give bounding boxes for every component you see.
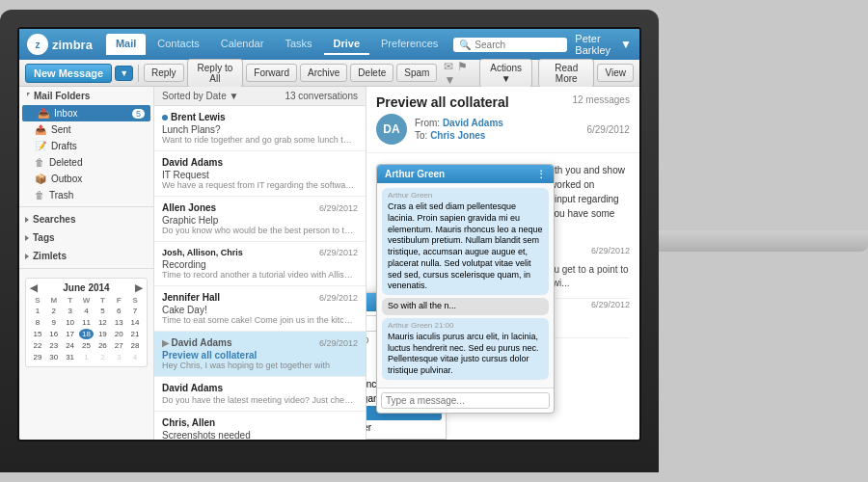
sidebar-divider-2 (19, 268, 153, 269)
msg-item-5[interactable]: ▶ David Adams 6/29/2012 Preview all coll… (154, 332, 366, 377)
cal-day-8[interactable]: 8 (30, 317, 45, 328)
cal-day-24[interactable]: 24 (63, 340, 78, 351)
searches-header[interactable]: Searches (19, 210, 153, 228)
cal-day-header-t1: T (63, 296, 78, 305)
search-input[interactable] (475, 40, 561, 50)
msg-item-1[interactable]: David Adams IT Request We have a request… (154, 151, 366, 197)
zimbra-app: z zimbra Mail Contacts Calendar Tasks Dr… (19, 29, 639, 440)
mail-folders-label: Mail Folders (34, 91, 90, 101)
msg-item-4[interactable]: Jennifer Hall 6/29/2012 Cake Day! Time t… (154, 286, 366, 332)
cal-prev[interactable]: ◀ (30, 282, 38, 293)
cal-day-3[interactable]: 3 (63, 306, 78, 316)
cal-day-23[interactable]: 23 (46, 340, 62, 351)
cal-day-26[interactable]: 26 (95, 340, 110, 351)
sidebar: Mail Folders 📥 Inbox 5 📤 Sent 📝 Drafts (19, 87, 154, 440)
tab-tasks[interactable]: Tasks (275, 34, 321, 55)
cal-day-1[interactable]: 1 (30, 306, 45, 316)
cal-day-6[interactable]: 6 (111, 306, 126, 316)
read-more-button[interactable]: Read More (538, 59, 594, 88)
cal-day-14[interactable]: 14 (127, 317, 143, 328)
cal-day-29[interactable]: 29 (30, 352, 45, 362)
inline-chat-options-icon[interactable]: ⋮ (536, 169, 546, 179)
cal-day-15[interactable]: 15 (30, 329, 45, 339)
cal-day-9[interactable]: 9 (46, 317, 62, 328)
msg-sender-4: Jennifer Hall (162, 292, 220, 303)
thread-date-1: 6/29/2012 (591, 299, 630, 312)
sidebar-item-outbox[interactable]: 📦 Outbox (19, 171, 153, 187)
msg-item-0[interactable]: Brent Lewis Lunch Plans? Want to ride to… (154, 106, 366, 151)
reply-button[interactable]: Reply (144, 64, 184, 82)
forward-button[interactable]: Forward (246, 64, 297, 82)
cal-day-19[interactable]: 19 (95, 329, 110, 339)
cal-day-10[interactable]: 10 (63, 317, 78, 328)
msg-sender-0: Brent Lewis (162, 112, 226, 122)
zimlets-header[interactable]: Zimlets (19, 247, 153, 265)
new-message-button[interactable]: New Message (25, 64, 112, 83)
msg-subject-0: Lunch Plans? (162, 124, 358, 135)
actions-button[interactable]: Actions ▼ (479, 59, 532, 88)
archive-button[interactable]: Archive (300, 64, 347, 82)
sidebar-item-trash[interactable]: 🗑 Trash (19, 187, 153, 203)
cal-day-31[interactable]: 31 (63, 352, 78, 362)
tab-mail[interactable]: Mail (106, 34, 146, 55)
cal-day-13[interactable]: 13 (111, 317, 126, 328)
tab-preferences[interactable]: Preferences (371, 34, 448, 55)
cal-day-25[interactable]: 25 (79, 340, 95, 351)
searches-label: Searches (33, 214, 75, 225)
delete-button[interactable]: Delete (350, 64, 393, 82)
inline-chat-input[interactable] (381, 392, 550, 409)
bubble-text-1: So with all the n... (388, 301, 456, 310)
cal-day-2[interactable]: 2 (46, 306, 62, 316)
dropdown-arrow[interactable]: ▼ (115, 66, 133, 81)
cal-day-20[interactable]: 20 (111, 329, 126, 339)
sidebar-item-sent[interactable]: 📤 Sent (19, 121, 153, 138)
cal-day-30[interactable]: 30 (46, 352, 62, 362)
msg-date-4: 6/29/2012 (319, 293, 358, 303)
sidebar-item-drafts[interactable]: 📝 Drafts (19, 138, 153, 154)
view-button[interactable]: View (597, 64, 634, 82)
cal-day-next-3[interactable]: 3 (111, 352, 126, 362)
msg-item-2[interactable]: Allen Jones 6/29/2012 Graphic Help Do yo… (154, 197, 366, 242)
sidebar-divider-1 (19, 206, 153, 207)
tab-drive[interactable]: Drive (324, 34, 370, 55)
cal-day-21[interactable]: 21 (127, 329, 143, 339)
inline-chat-header[interactable]: Arthur Green ⋮ (377, 165, 554, 183)
reading-date: 6/29/2012 (586, 124, 630, 135)
cal-day-7[interactable]: 7 (127, 306, 143, 316)
outbox-label: Outbox (51, 174, 82, 184)
spam-button[interactable]: Spam (396, 64, 437, 82)
cal-day-next-1[interactable]: 1 (79, 352, 95, 362)
cal-day-22[interactable]: 22 (30, 340, 45, 351)
cal-day-18[interactable]: 18 (79, 329, 95, 339)
sidebar-item-inbox[interactable]: 📥 Inbox 5 (22, 105, 150, 121)
contact-item-5[interactable]: Molly Webster (366, 420, 442, 435)
cal-next[interactable]: ▶ (135, 282, 143, 293)
cal-day-4[interactable]: 4 (79, 306, 95, 316)
drafts-label: Drafts (51, 141, 77, 151)
cal-day-12[interactable]: 12 (95, 317, 110, 328)
sidebar-item-deleted[interactable]: 🗑 Deleted (19, 154, 153, 171)
cal-day-next-2[interactable]: 2 (95, 352, 110, 362)
sort-label[interactable]: Sorted by Date ▼ (162, 91, 238, 101)
cal-day-27[interactable]: 27 (111, 340, 126, 351)
mini-calendar: ◀ June 2014 ▶ S M T W T F S (25, 278, 148, 367)
bubble-meta-0: Arthur Green (388, 191, 543, 201)
cal-day-16[interactable]: 16 (46, 329, 62, 339)
tab-contacts[interactable]: Contacts (148, 34, 208, 55)
cal-day-17[interactable]: 17 (63, 329, 78, 339)
nav-tabs: Mail Contacts Calendar Tasks Drive Prefe… (106, 34, 448, 55)
from-to: From: David Adams To: Chris Jones (415, 118, 503, 141)
cal-day-11[interactable]: 11 (79, 317, 95, 328)
tab-calendar[interactable]: Calendar (211, 34, 274, 55)
msg-item-7[interactable]: Chris, Allen Screenshots needed Hey what… (154, 412, 366, 440)
cal-day-header-t2: T (95, 296, 110, 305)
msg-item-6[interactable]: David Adams Do you have the latest meeti… (154, 377, 366, 412)
cal-day-next-4[interactable]: 4 (127, 352, 143, 362)
reply-all-button[interactable]: Reply to All (187, 59, 244, 88)
msg-item-header-7: Chris, Allen (162, 417, 358, 428)
tags-header[interactable]: Tags (19, 228, 153, 247)
cal-day-5[interactable]: 5 (95, 306, 110, 316)
cal-day-28[interactable]: 28 (127, 340, 143, 351)
msg-item-3[interactable]: Josh, Allison, Chris 6/29/2012 Recording… (154, 242, 366, 286)
mail-folders-header[interactable]: Mail Folders (19, 87, 153, 105)
